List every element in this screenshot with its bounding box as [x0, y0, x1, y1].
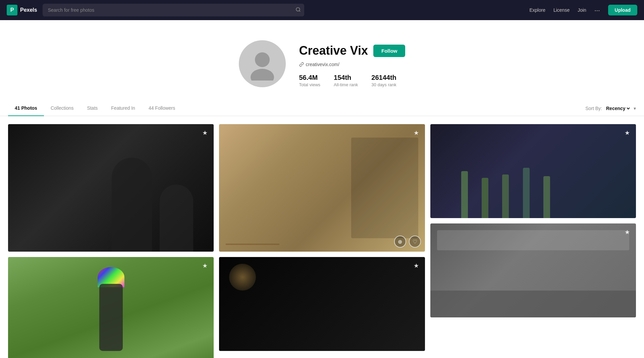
link-icon	[299, 62, 304, 67]
profile-name: Creative Vix	[299, 44, 368, 58]
search-input[interactable]	[43, 4, 304, 16]
nav-more-button[interactable]: ···	[594, 6, 600, 14]
add-to-collection-button[interactable]: ⊕	[394, 236, 406, 248]
photo-actions: ⊕ ♡	[394, 236, 421, 248]
star-icon: ★	[412, 128, 421, 138]
stat-30days-rank-label: 30 days rank	[371, 82, 396, 87]
brand-name: Pexels	[20, 7, 37, 13]
search-button[interactable]	[296, 7, 301, 13]
nav-join[interactable]: Join	[578, 7, 586, 13]
profile-info: Creative Vix Follow creativevix.com/ 56.…	[299, 40, 406, 87]
profile-stats: 56.4M Total views 154th All-time rank 26…	[299, 74, 406, 87]
nav-explore[interactable]: Explore	[529, 7, 545, 13]
photo-image	[430, 124, 636, 218]
stat-total-views-value: 56.4M	[299, 74, 321, 82]
profile-section: Creative Vix Follow creativevix.com/ 56.…	[0, 20, 644, 101]
profile-website: creativevix.com/	[299, 62, 406, 67]
star-icon: ★	[412, 261, 421, 270]
tab-photos[interactable]: 41 Photos	[8, 101, 44, 116]
stat-alltime-rank-value: 154th	[334, 74, 358, 82]
nav-links: Explore License Join ··· Upload	[529, 5, 637, 15]
brand-logo[interactable]: P Pexels	[7, 5, 37, 15]
photo-grid: ★ ★ ★ ⊕ ♡ ★	[0, 116, 644, 358]
stat-30days-rank: 26144th 30 days rank	[371, 74, 396, 87]
photo-image	[219, 124, 425, 252]
stat-alltime-rank: 154th All-time rank	[334, 74, 358, 87]
avatar	[239, 40, 286, 87]
stat-total-views: 56.4M Total views	[299, 74, 321, 87]
photo-item[interactable]: ★	[430, 223, 636, 317]
photo-image	[8, 124, 214, 252]
logo-letter: P	[10, 7, 14, 13]
sort-section: Sort By: Recency ▾	[585, 105, 636, 111]
tabs-list: 41 Photos Collections Stats Featured In …	[8, 101, 182, 116]
photo-item[interactable]: ★ ⊕ ♡	[219, 124, 425, 252]
photo-item[interactable]: ★	[219, 257, 425, 351]
stat-alltime-rank-label: All-time rank	[334, 82, 358, 87]
follow-button[interactable]: Follow	[373, 45, 406, 57]
tabs-section: 41 Photos Collections Stats Featured In …	[0, 101, 644, 116]
photo-item[interactable]: ★	[8, 124, 214, 252]
star-icon: ★	[623, 227, 632, 237]
tab-collections[interactable]: Collections	[44, 101, 80, 116]
photo-image	[219, 257, 425, 351]
photo-item[interactable]: ★	[430, 124, 636, 218]
nav-license[interactable]: License	[553, 7, 570, 13]
star-icon: ★	[623, 128, 632, 138]
svg-point-0	[296, 8, 300, 11]
like-button[interactable]: ♡	[409, 236, 421, 248]
avatar-container	[239, 40, 286, 87]
photo-image	[430, 223, 636, 317]
website-url[interactable]: creativevix.com/	[306, 62, 339, 67]
logo-box: P	[7, 5, 17, 15]
stat-total-views-label: Total views	[299, 82, 321, 87]
tab-stats[interactable]: Stats	[80, 101, 104, 116]
tab-followers[interactable]: 44 Followers	[142, 101, 182, 116]
star-icon: ★	[200, 261, 210, 270]
star-icon: ★	[200, 128, 210, 138]
navbar: P Pexels Explore License Join ··· Upload	[0, 0, 644, 20]
sort-by-label: Sort By:	[585, 106, 602, 111]
svg-point-2	[255, 52, 270, 67]
search-bar	[43, 4, 304, 16]
avatar-icon	[246, 47, 279, 81]
photo-image	[8, 257, 214, 358]
svg-point-3	[251, 69, 274, 81]
photo-item[interactable]: ★	[8, 257, 214, 358]
svg-line-1	[299, 11, 300, 12]
profile-name-row: Creative Vix Follow	[299, 44, 406, 58]
stat-30days-rank-value: 26144th	[371, 74, 396, 82]
chevron-down-icon: ▾	[634, 106, 636, 111]
sort-select[interactable]: Recency	[605, 105, 631, 111]
tab-featured-in[interactable]: Featured In	[104, 101, 142, 116]
upload-button[interactable]: Upload	[608, 5, 637, 15]
